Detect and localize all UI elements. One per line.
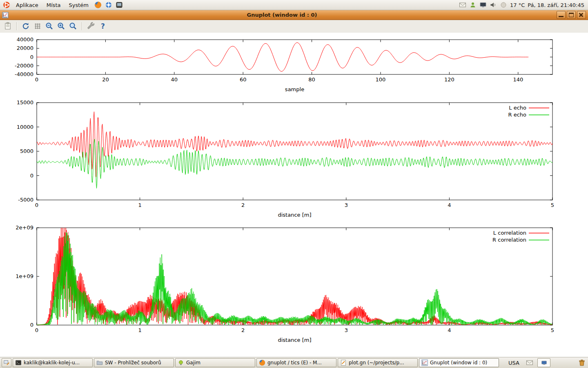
x-tick-label: 4 bbox=[448, 327, 451, 333]
menu-places[interactable]: Místa bbox=[43, 1, 64, 9]
zoom-next-button[interactable] bbox=[56, 21, 67, 31]
legend-label: R correlation bbox=[492, 237, 526, 243]
maximize-icon bbox=[569, 13, 574, 17]
x-axis-label: sample bbox=[285, 86, 304, 92]
legend-label: L echo bbox=[509, 105, 526, 111]
panel-tray: 17 °C Pá, 18. září, 21:40:45 bbox=[459, 1, 586, 9]
taskbar-button-terminal[interactable]: kaklik@kaklik-kolej-u... bbox=[13, 358, 93, 367]
taskbar-button-gnuplot[interactable]: Gnuplot (window id : 0) bbox=[419, 358, 499, 367]
ubuntu-logo-icon[interactable] bbox=[3, 1, 10, 9]
x-tick-label: 40 bbox=[171, 76, 178, 83]
x-tick-label: 4 bbox=[448, 202, 451, 208]
taskbar-button-editor[interactable]: plot.gn (~/projects/p... bbox=[338, 358, 418, 367]
maximize-button[interactable] bbox=[567, 11, 576, 19]
gnuplot-icon bbox=[421, 359, 428, 366]
menu-system[interactable]: Systém bbox=[65, 1, 91, 9]
taskbar-button-label: kaklik@kaklik-kolej-u... bbox=[24, 360, 80, 366]
minimize-button[interactable] bbox=[557, 11, 566, 19]
x-tick-label: 2 bbox=[241, 327, 245, 333]
x-tick-label: 100 bbox=[376, 76, 386, 83]
replot-button[interactable] bbox=[20, 21, 31, 31]
y-tick-label: -5000 bbox=[18, 197, 33, 203]
configure-button[interactable] bbox=[86, 21, 96, 31]
titlebar[interactable]: Gnuplot (window id : 0) bbox=[0, 10, 588, 20]
taskbar-button-label: plot.gn (~/projects/p... bbox=[349, 360, 404, 366]
series-r-correlation bbox=[37, 232, 552, 325]
gnuplot-plots[interactable]: 020406080100120140-40000-200000200004000… bbox=[0, 33, 588, 357]
close-button[interactable] bbox=[577, 11, 586, 19]
x-tick-label: 2 bbox=[241, 202, 245, 208]
display-icon[interactable] bbox=[479, 1, 487, 9]
taskbar-button-label: gnuplot / tics (E) - M... bbox=[267, 360, 322, 366]
chart-2: 01234501e+092e+09distance [m]L correlati… bbox=[16, 224, 554, 343]
mail-icon[interactable] bbox=[459, 1, 466, 9]
show-desktop-icon bbox=[3, 359, 10, 366]
y-tick-label: -40000 bbox=[15, 71, 33, 77]
clipboard-icon bbox=[4, 22, 12, 30]
x-tick-label: 80 bbox=[308, 76, 315, 83]
y-tick-label: 2e+09 bbox=[16, 224, 33, 231]
gnuplot-window-icon bbox=[2, 12, 9, 18]
x-tick-label: 1 bbox=[138, 327, 141, 333]
help-button[interactable]: ? bbox=[98, 21, 108, 31]
window-title: Gnuplot (window id : 0) bbox=[9, 12, 555, 18]
help-icon: ? bbox=[101, 22, 105, 30]
firefox-launcher-icon[interactable] bbox=[94, 1, 102, 9]
taskbar-button-file-manager[interactable]: SW - Prohlížeč souborů bbox=[94, 358, 174, 367]
x-tick-label: 140 bbox=[513, 76, 523, 83]
x-tick-label: 3 bbox=[345, 202, 348, 208]
temperature[interactable]: 17 °C bbox=[510, 2, 525, 8]
show-desktop-button[interactable] bbox=[2, 358, 11, 367]
copy-to-clipboard-button[interactable] bbox=[2, 21, 13, 31]
plot-canvas[interactable]: 020406080100120140-40000-200000200004000… bbox=[0, 33, 588, 357]
series-l-echo bbox=[37, 112, 552, 177]
magnifier-plus-icon bbox=[57, 22, 65, 30]
desktop: Aplikace Místa Systém bbox=[0, 0, 588, 368]
taskbar-button-label: SW - Prohlížeč souborů bbox=[105, 360, 161, 366]
top-panel: Aplikace Místa Systém bbox=[0, 0, 588, 10]
autoscale-button[interactable] bbox=[68, 21, 78, 31]
taskbar-button-firefox[interactable]: gnuplot / tics (E) - M... bbox=[256, 358, 336, 367]
y-tick-label: 1e+09 bbox=[16, 273, 33, 279]
volume-icon[interactable] bbox=[490, 1, 497, 9]
firefox-icon bbox=[259, 359, 265, 366]
keyboard-indicator[interactable]: USA bbox=[506, 359, 522, 366]
zoom-previous-button[interactable] bbox=[44, 21, 55, 31]
x-tick-label: 20 bbox=[102, 76, 109, 83]
gnuplot-toolbar: ? bbox=[0, 20, 588, 33]
series-r-echo bbox=[37, 139, 552, 188]
x-tick-label: 0 bbox=[35, 327, 38, 333]
y-tick-label: 20000 bbox=[17, 45, 33, 51]
screenshot-launcher-icon[interactable] bbox=[116, 1, 123, 9]
x-axis-label: distance [m] bbox=[278, 212, 311, 218]
plot-border bbox=[37, 228, 552, 325]
chart-1: 012345-5000050001000015000distance [m]L … bbox=[17, 99, 555, 218]
taskbar-button-label: Gajim bbox=[186, 360, 200, 366]
menu-applications[interactable]: Aplikace bbox=[13, 1, 42, 9]
chart-0: 020406080100120140-40000-200000200004000… bbox=[15, 36, 552, 92]
taskbar-button-label: Gnuplot (window id : 0) bbox=[430, 360, 487, 366]
x-axis-label: distance [m] bbox=[278, 337, 311, 343]
y-tick-label: 40000 bbox=[17, 36, 33, 43]
plot-border bbox=[37, 103, 552, 200]
display-tray-button[interactable] bbox=[537, 358, 550, 367]
toggle-grid-button[interactable] bbox=[32, 21, 43, 31]
mail-tray-icon[interactable] bbox=[526, 359, 533, 366]
user-switcher-icon[interactable] bbox=[469, 1, 477, 9]
x-tick-label: 5 bbox=[551, 327, 554, 333]
trash-icon[interactable] bbox=[578, 359, 586, 366]
y-tick-label: 0 bbox=[30, 173, 33, 179]
taskbar-button-gajim[interactable]: Gajim bbox=[175, 358, 255, 367]
y-tick-label: 0 bbox=[30, 322, 33, 328]
minimize-icon bbox=[559, 16, 564, 17]
y-tick-label: 0 bbox=[30, 54, 33, 60]
y-tick-label: 10000 bbox=[17, 124, 33, 130]
clock[interactable]: Pá, 18. září, 21:40:45 bbox=[528, 2, 584, 8]
x-tick-label: 120 bbox=[444, 76, 454, 83]
legend-label: L correlation bbox=[493, 230, 526, 236]
series-chirp-signal bbox=[37, 43, 528, 71]
file-manager-icon bbox=[96, 359, 103, 366]
weather-icon[interactable] bbox=[500, 1, 507, 9]
help-launcher-icon[interactable] bbox=[105, 1, 112, 9]
magnifier-minus-icon bbox=[45, 22, 53, 30]
